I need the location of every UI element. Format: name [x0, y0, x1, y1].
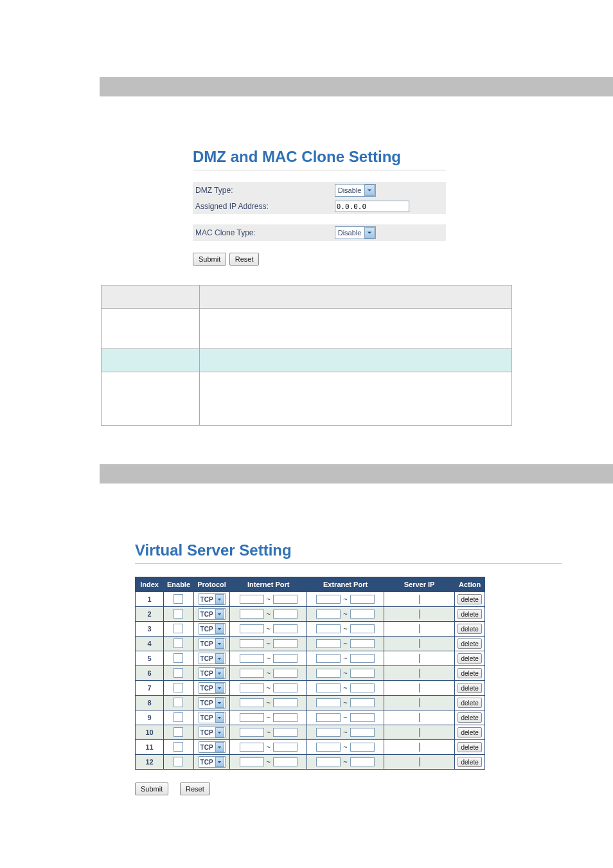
protocol-select[interactable]: TCP: [199, 741, 226, 753]
delete-button[interactable]: delete: [458, 742, 481, 752]
extranet-port-to[interactable]: [350, 610, 375, 619]
mac-clone-select[interactable]: Disable: [335, 226, 377, 239]
extranet-port-from[interactable]: [316, 683, 341, 692]
extranet-port-from[interactable]: [316, 757, 341, 766]
enable-checkbox[interactable]: [173, 742, 183, 752]
internet-port-from[interactable]: [240, 743, 264, 752]
delete-button[interactable]: delete: [458, 698, 481, 708]
extranet-port-from[interactable]: [316, 639, 341, 648]
extranet-port-from[interactable]: [316, 698, 341, 707]
internet-port-from[interactable]: [240, 654, 264, 663]
internet-port-to[interactable]: [273, 683, 298, 692]
server-ip-input[interactable]: [419, 595, 420, 604]
protocol-select[interactable]: TCP: [199, 593, 226, 605]
assigned-ip-input[interactable]: [335, 201, 409, 212]
internet-port-from[interactable]: [240, 713, 264, 722]
internet-port-to[interactable]: [273, 639, 298, 648]
enable-checkbox[interactable]: [173, 698, 183, 707]
extranet-port-to[interactable]: [350, 595, 375, 604]
extranet-port-to[interactable]: [350, 728, 375, 737]
vs-reset-button[interactable]: Reset: [180, 782, 210, 795]
extranet-port-from[interactable]: [316, 713, 341, 722]
server-ip-input[interactable]: [419, 610, 420, 619]
delete-button[interactable]: delete: [458, 638, 481, 649]
server-ip-input[interactable]: [419, 669, 420, 678]
delete-button[interactable]: delete: [458, 727, 481, 737]
protocol-select[interactable]: TCP: [199, 653, 226, 664]
delete-button[interactable]: delete: [458, 757, 481, 767]
internet-port-from[interactable]: [240, 683, 264, 692]
internet-port-to[interactable]: [273, 654, 298, 663]
internet-port-from[interactable]: [240, 757, 264, 766]
server-ip-input[interactable]: [419, 698, 420, 707]
extranet-port-to[interactable]: [350, 757, 375, 766]
dmz-reset-button[interactable]: Reset: [229, 253, 260, 266]
delete-button[interactable]: delete: [458, 653, 481, 664]
delete-button[interactable]: delete: [458, 609, 481, 619]
protocol-select[interactable]: TCP: [199, 682, 226, 694]
internet-port-to[interactable]: [273, 728, 298, 737]
delete-button[interactable]: delete: [458, 594, 481, 604]
extranet-port-from[interactable]: [316, 610, 341, 619]
enable-checkbox[interactable]: [173, 683, 183, 692]
extranet-port-from[interactable]: [316, 743, 341, 752]
dmz-submit-button[interactable]: Submit: [193, 253, 226, 266]
extranet-port-to[interactable]: [350, 624, 375, 633]
extranet-port-from[interactable]: [316, 624, 341, 633]
protocol-select[interactable]: TCP: [199, 608, 226, 620]
enable-checkbox[interactable]: [173, 668, 183, 678]
extranet-port-to[interactable]: [350, 639, 375, 648]
internet-port-from[interactable]: [240, 728, 264, 737]
protocol-select[interactable]: TCP: [199, 667, 226, 679]
server-ip-input[interactable]: [419, 624, 420, 633]
extranet-port-to[interactable]: [350, 743, 375, 752]
internet-port-from[interactable]: [240, 669, 264, 678]
extranet-port-to[interactable]: [350, 683, 375, 692]
internet-port-to[interactable]: [273, 757, 298, 766]
extranet-port-from[interactable]: [316, 595, 341, 604]
protocol-select[interactable]: TCP: [199, 623, 226, 635]
internet-port-to[interactable]: [273, 669, 298, 678]
dmz-type-select[interactable]: Disable: [335, 184, 377, 197]
delete-button[interactable]: delete: [458, 712, 481, 723]
server-ip-input[interactable]: [419, 713, 420, 722]
internet-port-from[interactable]: [240, 610, 264, 619]
enable-checkbox[interactable]: [173, 594, 183, 604]
extranet-port-from[interactable]: [316, 728, 341, 737]
server-ip-input[interactable]: [419, 639, 420, 648]
internet-port-to[interactable]: [273, 624, 298, 633]
internet-port-from[interactable]: [240, 698, 264, 707]
server-ip-input[interactable]: [419, 654, 420, 663]
extranet-port-from[interactable]: [316, 669, 341, 678]
internet-port-from[interactable]: [240, 624, 264, 633]
server-ip-input[interactable]: [419, 757, 420, 766]
protocol-select[interactable]: TCP: [199, 756, 226, 768]
protocol-select[interactable]: TCP: [199, 697, 226, 709]
enable-checkbox[interactable]: [173, 609, 183, 619]
extranet-port-to[interactable]: [350, 698, 375, 707]
internet-port-to[interactable]: [273, 698, 298, 707]
server-ip-input[interactable]: [419, 728, 420, 737]
enable-checkbox[interactable]: [173, 727, 183, 737]
enable-checkbox[interactable]: [173, 624, 183, 633]
internet-port-from[interactable]: [240, 595, 264, 604]
server-ip-input[interactable]: [419, 743, 420, 752]
delete-button[interactable]: delete: [458, 668, 481, 678]
enable-checkbox[interactable]: [173, 757, 183, 766]
extranet-port-to[interactable]: [350, 669, 375, 678]
internet-port-to[interactable]: [273, 743, 298, 752]
internet-port-to[interactable]: [273, 595, 298, 604]
internet-port-to[interactable]: [273, 610, 298, 619]
extranet-port-from[interactable]: [316, 654, 341, 663]
protocol-select[interactable]: TCP: [199, 712, 226, 723]
internet-port-from[interactable]: [240, 639, 264, 648]
delete-button[interactable]: delete: [458, 683, 481, 693]
enable-checkbox[interactable]: [173, 638, 183, 648]
extranet-port-to[interactable]: [350, 713, 375, 722]
delete-button[interactable]: delete: [458, 624, 481, 634]
protocol-select[interactable]: TCP: [199, 638, 226, 649]
server-ip-input[interactable]: [419, 683, 420, 692]
enable-checkbox[interactable]: [173, 712, 183, 722]
extranet-port-to[interactable]: [350, 654, 375, 663]
vs-submit-button[interactable]: Submit: [135, 782, 168, 795]
